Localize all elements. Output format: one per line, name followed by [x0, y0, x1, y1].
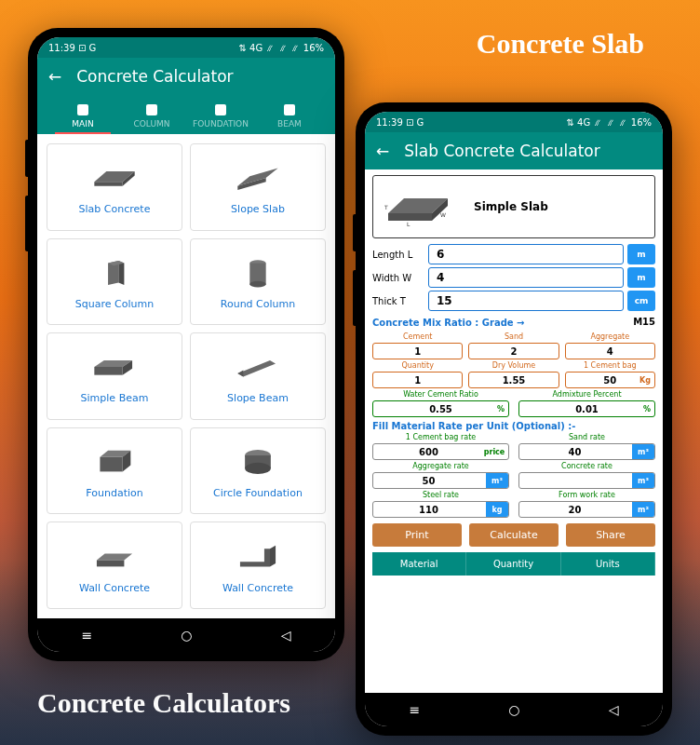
cement-rate-input[interactable]: 600price	[372, 443, 509, 460]
length-input[interactable]: 6	[428, 244, 624, 264]
cement-bag-input[interactable]: 50Kg	[565, 372, 655, 388]
width-input[interactable]: 4	[428, 267, 624, 288]
android-nav-bar: ≡ ○ ◁	[37, 618, 335, 652]
print-button[interactable]: Print	[372, 523, 462, 547]
android-nav-bar: ≡ ○ ◁	[365, 693, 663, 726]
card-square-column[interactable]: Square Column	[47, 238, 182, 326]
wc-ratio-input[interactable]: 0.55%	[372, 400, 509, 417]
grade-value[interactable]: M15	[633, 317, 655, 327]
concrete-rate-input[interactable]: m³	[518, 472, 655, 489]
nav-recent-icon[interactable]: ≡	[82, 628, 93, 643]
app-title: Slab Concrete Calculator	[404, 142, 599, 160]
thick-unit[interactable]: cm	[627, 291, 655, 311]
tab-foundation[interactable]: FOUNDATION	[186, 99, 255, 134]
card-slope-slab[interactable]: Slope Slab	[190, 143, 326, 231]
card-wall-concrete-2[interactable]: Wall Concrete	[190, 522, 326, 609]
promo-title-left: Concrete Calculators	[37, 687, 290, 719]
promo-title-right: Concrete Slab	[477, 28, 644, 60]
thick-input[interactable]: 15	[428, 291, 624, 311]
svg-text:T: T	[384, 204, 388, 210]
width-row: Width W4m	[372, 267, 655, 288]
card-wall-concrete-1[interactable]: Wall Concrete	[47, 522, 182, 609]
svg-text:L: L	[407, 221, 411, 227]
svg-text:W: W	[440, 211, 446, 218]
width-unit[interactable]: m	[627, 267, 655, 288]
nav-back-icon[interactable]: ◁	[281, 628, 291, 643]
length-unit[interactable]: m	[627, 244, 655, 264]
length-row: Length L6m	[372, 244, 655, 264]
cement-ratio[interactable]: 1	[372, 343, 463, 359]
card-foundation[interactable]: Foundation	[47, 427, 182, 515]
aggregate-ratio[interactable]: 4	[565, 343, 655, 359]
phone-mockup-2: 11:39 ⊡ G ⇅ 4G ⫽ ⫽ ⫽ 16% ← Slab Concrete…	[356, 102, 672, 736]
aggregate-rate-input[interactable]: 50m³	[372, 472, 509, 489]
admixture-input[interactable]: 0.01%	[518, 400, 655, 417]
result-tab-quantity[interactable]: Quantity	[466, 552, 560, 576]
steel-rate-input[interactable]: 110kg	[372, 501, 509, 518]
formwork-rate-input[interactable]: 20m²	[518, 501, 655, 518]
tab-bar: MAIN COLUMN FOUNDATION BEAM	[37, 95, 335, 134]
card-round-column[interactable]: Round Column	[190, 238, 326, 326]
card-slope-beam[interactable]: Slope Beam	[190, 332, 326, 420]
status-bar: 11:39 ⊡ G ⇅ 4G ⫽ ⫽ ⫽ 16%	[365, 112, 663, 132]
slab-diagram: TLW Simple Slab	[372, 175, 655, 238]
tab-beam[interactable]: BEAM	[255, 99, 324, 134]
card-slab-concrete[interactable]: Slab Concrete	[47, 143, 182, 231]
nav-home-icon[interactable]: ○	[181, 628, 192, 643]
tab-main[interactable]: MAIN	[48, 99, 117, 134]
back-icon[interactable]: ←	[48, 67, 61, 86]
app-bar: ← Concrete Calculator	[37, 58, 335, 95]
card-simple-beam[interactable]: Simple Beam	[47, 332, 182, 420]
status-bar: 11:39 ⊡ G ⇅ 4G ⫽ ⫽ ⫽ 16%	[37, 37, 335, 58]
calculator-grid: Slab Concrete Slope Slab Square Column R…	[37, 134, 335, 618]
phone-mockup-1: 11:39 ⊡ G ⇅ 4G ⫽ ⫽ ⫽ 16% ← Concrete Calc…	[28, 28, 344, 661]
app-bar: ← Slab Concrete Calculator	[365, 132, 663, 169]
svg-point-4	[245, 463, 271, 474]
calculator-body: TLW Simple Slab Length L6m Width W4m Thi…	[365, 169, 663, 693]
nav-home-icon[interactable]: ○	[508, 702, 519, 717]
app-title: Concrete Calculator	[76, 67, 233, 86]
nav-back-icon[interactable]: ◁	[609, 702, 619, 717]
card-circle-foundation[interactable]: Circle Foundation	[190, 427, 326, 515]
calculate-button[interactable]: Calculate	[469, 523, 559, 547]
nav-recent-icon[interactable]: ≡	[410, 702, 421, 717]
svg-point-2	[249, 281, 265, 288]
tab-column[interactable]: COLUMN	[117, 99, 186, 134]
dry-volume-input[interactable]: 1.55	[468, 372, 559, 388]
result-tab-units[interactable]: Units	[561, 552, 655, 576]
quantity-input[interactable]: 1	[372, 372, 463, 388]
share-button[interactable]: Share	[566, 523, 655, 547]
thick-row: Thick T15cm	[372, 291, 655, 311]
sand-rate-input[interactable]: 40m³	[518, 443, 655, 460]
result-tab-material[interactable]: Material	[372, 552, 466, 576]
back-icon[interactable]: ←	[376, 142, 389, 160]
sand-ratio[interactable]: 2	[468, 343, 559, 359]
